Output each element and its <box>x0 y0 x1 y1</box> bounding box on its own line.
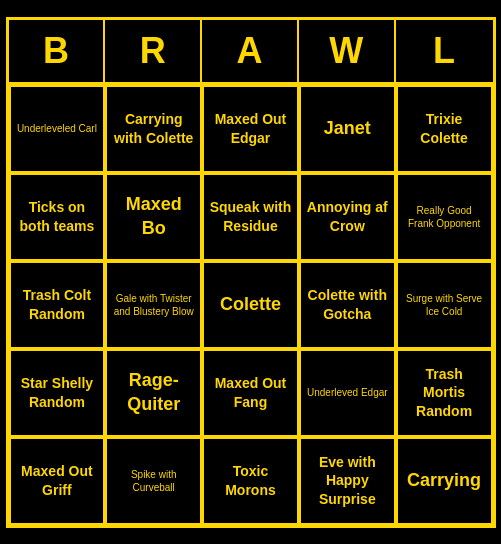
bingo-cell-0[interactable]: Underleveled Carl <box>9 85 106 173</box>
bingo-cell-4[interactable]: Trixie Colette <box>396 85 493 173</box>
bingo-cell-2[interactable]: Maxed Out Edgar <box>202 85 299 173</box>
bingo-cell-3[interactable]: Janet <box>299 85 396 173</box>
bingo-cell-24[interactable]: Carrying <box>396 437 493 525</box>
bingo-cell-13[interactable]: Colette with Gotcha <box>299 261 396 349</box>
bingo-cell-1[interactable]: Carrying with Colette <box>105 85 202 173</box>
bingo-cell-10[interactable]: Trash Colt Random <box>9 261 106 349</box>
bingo-cell-23[interactable]: Eve with Happy Surprise <box>299 437 396 525</box>
bingo-grid: Underleveled CarlCarrying with ColetteMa… <box>9 85 493 525</box>
header-letter: B <box>9 20 106 82</box>
header-letter: L <box>396 20 493 82</box>
bingo-cell-11[interactable]: Gale with Twister and Blustery Blow <box>105 261 202 349</box>
bingo-cell-12[interactable]: Colette <box>202 261 299 349</box>
bingo-card: BRAWL Underleveled CarlCarrying with Col… <box>6 17 496 528</box>
header-letter: W <box>299 20 396 82</box>
bingo-cell-19[interactable]: Trash Mortis Random <box>396 349 493 437</box>
bingo-cell-9[interactable]: Really Good Frank Opponent <box>396 173 493 261</box>
bingo-header: BRAWL <box>9 20 493 85</box>
bingo-cell-21[interactable]: Spike with Curveball <box>105 437 202 525</box>
bingo-cell-15[interactable]: Star Shelly Random <box>9 349 106 437</box>
bingo-cell-16[interactable]: Rage-Quiter <box>105 349 202 437</box>
bingo-cell-20[interactable]: Maxed Out Griff <box>9 437 106 525</box>
header-letter: A <box>202 20 299 82</box>
bingo-cell-14[interactable]: Surge with Serve Ice Cold <box>396 261 493 349</box>
bingo-cell-7[interactable]: Squeak with Residue <box>202 173 299 261</box>
bingo-cell-17[interactable]: Maxed Out Fang <box>202 349 299 437</box>
bingo-cell-6[interactable]: Maxed Bo <box>105 173 202 261</box>
bingo-cell-22[interactable]: Toxic Morons <box>202 437 299 525</box>
bingo-cell-18[interactable]: Underleved Edgar <box>299 349 396 437</box>
header-letter: R <box>105 20 202 82</box>
bingo-cell-5[interactable]: Ticks on both teams <box>9 173 106 261</box>
bingo-cell-8[interactable]: Annoying af Crow <box>299 173 396 261</box>
